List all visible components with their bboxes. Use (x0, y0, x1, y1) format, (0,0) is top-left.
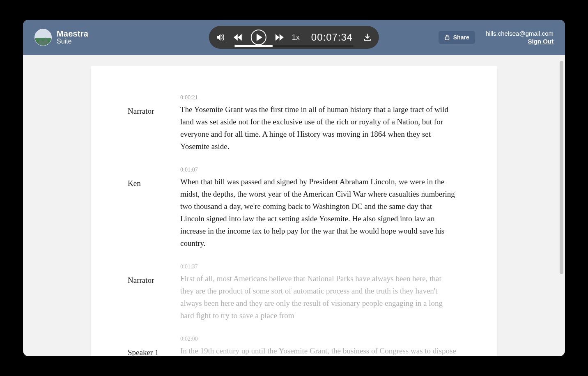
transcript-text[interactable]: When that bill was passed and signed by … (180, 176, 456, 250)
lock-icon (444, 34, 450, 40)
transcript-document: Narrator0:00:21The Yosemite Grant was th… (91, 66, 497, 356)
audio-player: 1x 00:07:34 (209, 26, 379, 49)
download-icon[interactable] (363, 33, 372, 41)
timestamp[interactable]: 0:02:00 (180, 336, 456, 342)
transcript-text[interactable]: In the 19th century up until the Yosemit… (180, 345, 456, 356)
volume-icon[interactable] (216, 33, 225, 41)
user-email: hills.chelsea@gmail.com (486, 30, 554, 37)
svg-rect-0 (445, 37, 449, 40)
playback-speed[interactable]: 1x (292, 33, 300, 42)
share-button[interactable]: Share (439, 31, 475, 44)
content-scroll[interactable]: Narrator0:00:21The Yosemite Grant was th… (23, 55, 565, 356)
speaker-name[interactable]: Speaker 1 (128, 348, 165, 356)
header-bar: Maestra Suite 1x 00:07:34 (23, 20, 565, 55)
transcript-row: Ken0:01:07When that bill was passed and … (128, 167, 456, 250)
brand-line2: Suite (57, 38, 88, 45)
timestamp[interactable]: 0:01:37 (180, 264, 456, 270)
scrollbar-thumb[interactable] (560, 61, 563, 274)
signout-link[interactable]: Sign Out (528, 38, 554, 45)
header-right: Share hills.chelsea@gmail.com Sign Out (439, 30, 554, 45)
logo-icon (34, 29, 52, 46)
transcript-row: Speaker 10:02:00In the 19th century up u… (128, 336, 456, 356)
play-icon (256, 34, 262, 41)
app-window: Maestra Suite 1x 00:07:34 (23, 20, 565, 356)
brand-logo[interactable]: Maestra Suite (34, 29, 88, 46)
transcript-text[interactable]: The Yosemite Grant was the first time in… (180, 103, 456, 153)
speaker-name[interactable]: Narrator (128, 276, 165, 285)
logo-text: Maestra Suite (57, 30, 88, 45)
share-label: Share (453, 34, 469, 41)
progress-fill (234, 45, 273, 47)
progress-track[interactable] (234, 45, 354, 47)
brand-line1: Maestra (57, 30, 88, 38)
forward-button[interactable] (274, 33, 285, 41)
transcript-row: Narrator0:01:37First of all, most Americ… (128, 264, 456, 322)
transcript-row: Narrator0:00:21The Yosemite Grant was th… (128, 94, 456, 153)
speaker-name[interactable]: Narrator (128, 107, 165, 116)
timestamp[interactable]: 0:00:21 (180, 94, 456, 101)
speaker-name[interactable]: Ken (128, 179, 165, 188)
user-block: hills.chelsea@gmail.com Sign Out (486, 30, 554, 45)
timestamp[interactable]: 0:01:07 (180, 167, 456, 173)
transcript-text[interactable]: First of all, most Americans believe tha… (180, 273, 456, 322)
play-button[interactable] (251, 30, 266, 45)
rewind-button[interactable] (233, 33, 243, 41)
timecode: 00:07:34 (311, 32, 353, 43)
